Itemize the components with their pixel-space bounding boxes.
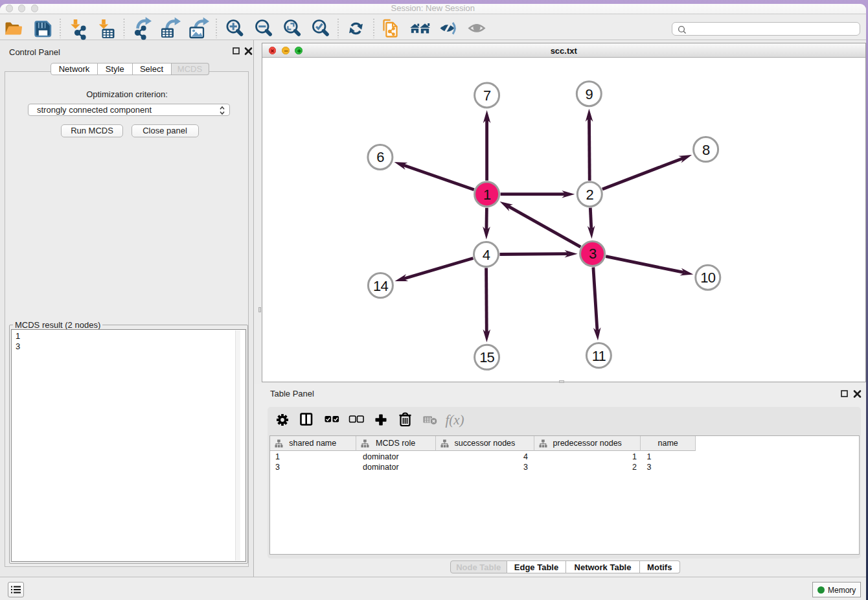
- svg-text:3: 3: [589, 246, 597, 262]
- svg-text:11: 11: [592, 348, 606, 364]
- svg-text:7: 7: [483, 87, 491, 104]
- svg-text:1: 1: [483, 187, 491, 203]
- svg-text:10: 10: [700, 270, 715, 286]
- svg-text:8: 8: [702, 142, 710, 158]
- svg-text:6: 6: [376, 149, 384, 165]
- svg-text:f(x): f(x): [445, 412, 464, 428]
- svg-text:9: 9: [586, 86, 593, 102]
- svg-text:2: 2: [586, 187, 594, 203]
- svg-text:14: 14: [373, 278, 388, 294]
- svg-text:4: 4: [483, 247, 490, 263]
- svg-text:15: 15: [479, 349, 494, 365]
